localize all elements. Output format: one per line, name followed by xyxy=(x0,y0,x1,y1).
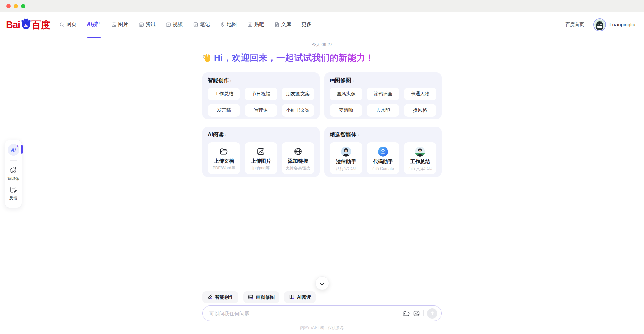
sidebar-item-feedback[interactable]: 反馈 xyxy=(9,184,17,203)
composer-inputbar xyxy=(202,305,442,321)
globe-icon xyxy=(293,147,303,156)
arrow-down-icon xyxy=(319,280,325,287)
input-divider xyxy=(423,310,424,316)
sidebar-item-ai-chat[interactable]: Ai + xyxy=(5,143,22,157)
note-icon xyxy=(193,22,198,27)
card-featured-agents: 精选智能体 › xyxy=(324,127,442,177)
card-title: 智能创作 xyxy=(208,77,229,84)
scroll-down-row xyxy=(0,276,644,290)
chip-holiday-greeting[interactable]: 节日祝福 xyxy=(245,88,277,100)
tile-agent-legal[interactable]: 法律助手 法行宝出品 xyxy=(330,142,362,174)
chip-moments-copy[interactable]: 朋友圈文案 xyxy=(282,88,314,100)
chip-guofeng-avatar[interactable]: 国风头像 xyxy=(330,88,362,100)
quick-action-label: 智能创作 xyxy=(215,294,234,300)
baidu-paw-icon: du xyxy=(20,18,32,30)
scroll-to-bottom-button[interactable] xyxy=(315,276,329,290)
logo-cn-text: 百度 xyxy=(31,19,50,31)
greeting-text: Hi，欢迎回来，一起试试我们的新能力！ xyxy=(214,52,374,64)
sidebar-item-agents[interactable]: 智能体 xyxy=(7,165,19,184)
card-image-edit-header[interactable]: 画图修图 › xyxy=(330,77,354,84)
news-icon xyxy=(139,22,144,27)
card-smart-creation-header[interactable]: 智能创作 › xyxy=(208,77,232,84)
nav-tab-label: 资讯 xyxy=(146,21,156,28)
attach-image-button[interactable] xyxy=(411,308,421,318)
tile-sublabel: 百度文库出品 xyxy=(408,166,432,172)
question-input[interactable] xyxy=(209,311,401,316)
ai-logo-text: Ai xyxy=(11,147,16,153)
tile-label: 工作总结 xyxy=(410,159,430,165)
book-plus-icon xyxy=(289,294,294,300)
send-button[interactable] xyxy=(427,308,437,319)
nav-tab-label: 网页 xyxy=(66,21,76,28)
nav-tab-web[interactable]: 网页 xyxy=(59,12,76,37)
quick-actions-row: 智能创作 画图修图 AI阅读 xyxy=(0,291,644,303)
chip-xiaohongshu-copy[interactable]: 小红书文案 xyxy=(282,104,314,117)
minimize-button[interactable] xyxy=(14,4,18,8)
image-plus-icon xyxy=(248,294,254,300)
search-icon xyxy=(59,22,65,27)
folder-icon xyxy=(402,310,410,317)
ai-logo-plus: + xyxy=(17,144,19,148)
chevron-right-icon: › xyxy=(352,78,354,84)
chevron-right-icon: › xyxy=(358,132,359,138)
chip-write-comment[interactable]: 写评语 xyxy=(245,104,277,117)
zoom-button[interactable] xyxy=(21,4,25,8)
quick-action-ai-reading[interactable]: AI阅读 xyxy=(284,291,316,303)
nav-tab-ai-search[interactable]: Ai搜 + xyxy=(87,12,101,37)
svg-text:du: du xyxy=(24,23,28,27)
quick-action-image-edit[interactable]: 画图修图 xyxy=(243,291,279,303)
card-ai-reading-header[interactable]: AI阅读 › xyxy=(208,131,226,138)
feature-cards: 智能创作 › 工作总结 节日祝福 朋友圈文案 发言稿 写评语 小红书文案 画图修… xyxy=(202,72,442,177)
chip-speech-draft[interactable]: 发言稿 xyxy=(208,104,240,117)
attach-file-button[interactable] xyxy=(401,308,411,318)
logo-bai-text: Bai xyxy=(6,19,20,31)
tile-sublabel: 支持各类链接 xyxy=(286,165,310,171)
chip-sharpen[interactable]: 变清晰 xyxy=(330,104,362,117)
active-indicator xyxy=(21,145,23,154)
plus-badge: + xyxy=(98,21,100,25)
baidu-home-link[interactable]: 百度首页 xyxy=(565,22,584,28)
tile-agent-work-summary[interactable]: 工作总结 百度文库出品 xyxy=(404,142,436,174)
chip-cartoon-character[interactable]: 卡通人物 xyxy=(404,88,436,100)
tile-add-link[interactable]: 添加链接 支持各类链接 xyxy=(282,142,314,174)
chip-doodle-illustration[interactable]: 涂鸦插画 xyxy=(367,88,399,100)
chat-timestamp: 今天 09:27 xyxy=(202,42,442,48)
nav-tab-video[interactable]: 视频 xyxy=(166,12,183,37)
quick-action-smart-creation[interactable]: 智能创作 xyxy=(202,291,238,303)
username-label[interactable]: Luanpingliu xyxy=(609,22,635,27)
image-icon xyxy=(111,22,117,27)
card-title: 画图修图 xyxy=(330,77,351,84)
arrow-up-icon xyxy=(430,311,435,316)
tile-agent-code[interactable]: 代码助手 百度Comate xyxy=(367,142,399,174)
folder-icon xyxy=(219,147,228,156)
chip-change-style[interactable]: 换风格 xyxy=(404,104,436,117)
nav-tab-images[interactable]: 图片 xyxy=(111,12,128,37)
chevron-right-icon: › xyxy=(230,78,232,84)
user-avatar[interactable] xyxy=(593,18,606,31)
tile-label: 法律助手 xyxy=(336,159,356,165)
left-sidebar: Ai + 智能体 反馈 xyxy=(5,140,22,208)
quick-action-label: 画图修图 xyxy=(256,294,275,300)
tile-upload-document[interactable]: 上传文档 PDF/Word等 xyxy=(208,142,240,174)
nav-tab-news[interactable]: 资讯 xyxy=(139,12,156,37)
chip-remove-watermark[interactable]: 去水印 xyxy=(367,104,399,117)
card-image-edit: 画图修图 › 国风头像 涂鸦插画 卡通人物 变清晰 去水印 换风格 xyxy=(324,72,442,119)
nav-right-area: 百度首页 Luanpingliu xyxy=(565,18,635,31)
close-button[interactable] xyxy=(6,4,11,8)
tile-sublabel: 法行宝出品 xyxy=(336,166,356,172)
tile-label: 上传文档 xyxy=(214,158,234,164)
tile-sublabel: PDF/Word等 xyxy=(213,165,235,171)
tile-label: 上传图片 xyxy=(251,158,271,164)
card-title: 精选智能体 xyxy=(330,131,357,138)
baidu-logo[interactable]: Bai du 百度 xyxy=(6,19,50,31)
greeting-row: Hi，欢迎回来，一起试试我们的新能力！ xyxy=(202,52,442,64)
chip-work-summary[interactable]: 工作总结 xyxy=(208,88,240,100)
tile-upload-image[interactable]: 上传图片 jpg/png等 xyxy=(245,142,277,174)
card-title: AI阅读 xyxy=(208,131,224,138)
sidebar-divider xyxy=(10,160,17,161)
tile-sublabel: jpg/png等 xyxy=(252,165,269,171)
video-icon xyxy=(166,22,171,27)
card-featured-agents-header[interactable]: 精选智能体 › xyxy=(330,131,359,138)
tile-label: 代码助手 xyxy=(373,159,393,165)
avatar-image xyxy=(594,19,605,30)
